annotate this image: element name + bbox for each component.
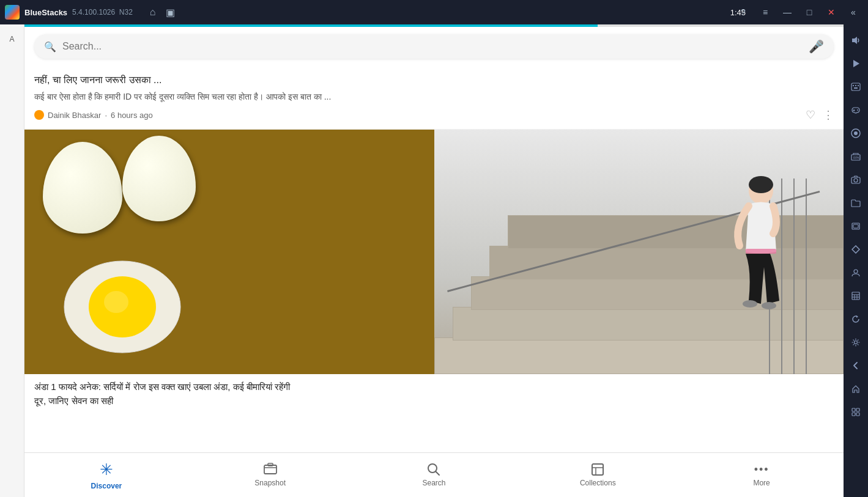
minimize-button[interactable]: —	[777, 2, 797, 22]
scroll-content[interactable]: नहीं, चा लिए जानना जरूरी उसका ... कई बार…	[24, 66, 844, 452]
egg-half-container	[61, 258, 184, 356]
svg-rect-8	[264, 465, 276, 474]
search-input[interactable]	[62, 41, 803, 52]
search-label: Search	[422, 479, 445, 487]
title-bar-left: BlueStacks 5.4.100.1026 N32 ⌂ ▣	[5, 5, 175, 20]
nav-snapshot[interactable]: Snapshot	[188, 458, 352, 492]
svg-rect-44	[856, 408, 859, 411]
square-nav-icon[interactable]: ▣	[166, 7, 175, 18]
svg-line-12	[436, 471, 439, 475]
time-ago: 6 hours ago	[111, 111, 153, 120]
heart-icon[interactable]: ♡	[806, 108, 815, 122]
bluestacks-logo	[5, 5, 20, 20]
search-bar: 🔍 🎤	[34, 34, 834, 59]
egg-svg	[61, 258, 184, 356]
sidebar-diamond[interactable]	[845, 238, 867, 260]
svg-rect-46	[856, 413, 859, 416]
svg-rect-20	[855, 85, 856, 86]
sidebar-profile[interactable]	[845, 262, 867, 284]
running-image	[434, 130, 844, 374]
app-version: 5.4.100.1026 N32	[72, 8, 133, 17]
source-dot	[34, 110, 44, 120]
image-card-title: अंडा 1 फायदे अनेक: सर्दियों में रोज इस व…	[24, 374, 844, 408]
svg-rect-43	[852, 408, 855, 411]
egg-whole-2	[122, 136, 196, 221]
collections-label: Collections	[580, 479, 616, 487]
svg-rect-9	[268, 463, 273, 466]
title-bar-nav: ⌂ ▣	[150, 7, 175, 18]
svg-point-2	[104, 291, 128, 313]
search-bar-wrapper: 🔍 🎤	[24, 27, 844, 66]
svg-rect-13	[592, 464, 603, 475]
svg-point-42	[855, 341, 858, 344]
main-layout: A 🔍 🎤 नहीं, चा लिए जानना जरूरी उसका ... …	[0, 24, 868, 497]
more-dots-icon[interactable]: ⋮	[823, 108, 834, 122]
sidebar-gamepad[interactable]	[845, 99, 867, 121]
egg-image	[24, 130, 434, 374]
egg-scene	[24, 130, 434, 374]
back-arrow-button[interactable]: «	[844, 2, 863, 22]
sidebar-play[interactable]	[845, 53, 867, 75]
search-icon: 🔍	[44, 41, 56, 53]
sidebar-settings[interactable]	[845, 331, 867, 353]
svg-rect-21	[858, 85, 859, 86]
app-name: BlueStacks	[24, 8, 67, 17]
svg-point-35	[854, 270, 858, 273]
sidebar-volume[interactable]	[845, 29, 867, 51]
sidebar-apps-btn[interactable]	[845, 401, 867, 423]
right-sidebar: RPK	[844, 24, 868, 497]
mic-icon[interactable]: 🎤	[809, 39, 824, 54]
collections-icon	[591, 463, 604, 476]
rail-4	[806, 179, 807, 374]
svg-marker-17	[853, 60, 859, 67]
source-name: Dainik Bhaskar	[48, 111, 101, 120]
bottom-nav: ✳ Discover Snapshot Search	[24, 452, 844, 497]
snapshot-label: Snapshot	[254, 479, 286, 487]
nav-discover[interactable]: ✳ Discover	[24, 455, 188, 495]
search-nav-icon	[427, 463, 440, 476]
partial-card: नहीं, चा लिए जानना जरूरी उसका ... कई बार…	[24, 66, 844, 130]
title-bar-controls: ? ≡ — □ ✕ «	[733, 0, 863, 24]
svg-point-31	[854, 179, 858, 182]
left-sidebar-a[interactable]: A	[2, 29, 22, 49]
nav-search[interactable]: Search	[352, 458, 516, 492]
sidebar-record[interactable]	[845, 122, 867, 144]
svg-point-7	[762, 302, 776, 309]
sidebar-back[interactable]	[845, 355, 867, 377]
sidebar-stack[interactable]	[845, 285, 867, 307]
svg-rect-22	[854, 87, 858, 89]
svg-rect-18	[851, 83, 860, 90]
menu-button[interactable]: ≡	[755, 2, 775, 22]
nav-more[interactable]: ••• More	[680, 458, 844, 492]
person-svg	[721, 172, 795, 325]
sidebar-refresh[interactable]	[845, 308, 867, 330]
help-button[interactable]: ?	[733, 2, 753, 22]
maximize-button[interactable]: □	[799, 2, 819, 22]
svg-rect-36	[852, 292, 859, 300]
sidebar-layers[interactable]	[845, 215, 867, 237]
partial-card-title: नहीं, चा लिए जानना जरूरी उसका ...	[34, 73, 834, 87]
home-nav-icon[interactable]: ⌂	[150, 7, 156, 18]
svg-marker-16	[852, 37, 857, 44]
sidebar-home-btn[interactable]	[845, 378, 867, 400]
card-meta: Dainik Bhaskar · 6 hours ago ♡ ⋮	[34, 108, 834, 122]
image-card: अंडा 1 फायदे अनेक: सर्दियों में रोज इस व…	[24, 130, 844, 415]
sidebar-folder[interactable]	[845, 192, 867, 214]
card-source: Dainik Bhaskar · 6 hours ago	[34, 110, 153, 120]
svg-point-6	[743, 300, 757, 307]
image-grid	[24, 130, 844, 374]
close-button[interactable]: ✕	[822, 2, 841, 22]
nav-collections[interactable]: Collections	[516, 458, 680, 492]
sidebar-keyboard[interactable]	[845, 76, 867, 98]
sidebar-rpk[interactable]: RPK	[845, 145, 867, 168]
snapshot-icon	[263, 463, 278, 476]
more-icon: •••	[754, 463, 770, 476]
svg-marker-34	[852, 246, 859, 253]
discover-icon: ✳	[100, 460, 113, 479]
svg-marker-41	[856, 315, 858, 318]
discover-label: Discover	[91, 482, 122, 490]
sidebar-camera[interactable]	[845, 169, 867, 191]
left-sidebar: A	[0, 24, 24, 497]
svg-rect-33	[853, 224, 858, 228]
svg-text:RPK: RPK	[853, 156, 860, 160]
